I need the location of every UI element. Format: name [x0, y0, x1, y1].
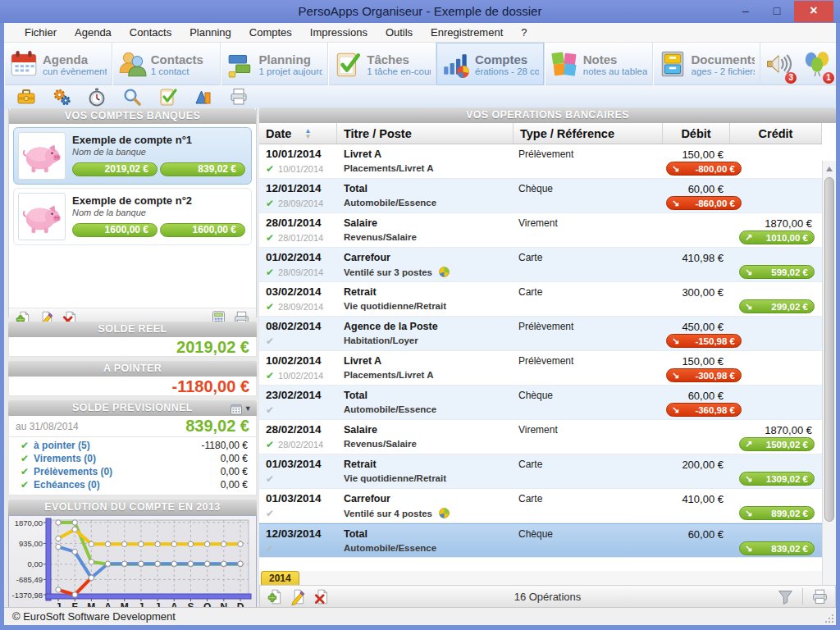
operation-title: Agence de la Poste [344, 321, 514, 332]
operation-row[interactable]: 01/02/2014✔28/09/2014CarrefourVentilé su… [259, 248, 822, 282]
previsionnel-link[interactable]: à pointer (5) [34, 440, 90, 451]
operations-header: VOS OPERATIONS BANCAIRES [259, 107, 836, 123]
forecast-calendar-button[interactable]: ▼ [230, 401, 252, 417]
menu-item-?[interactable]: ? [512, 23, 536, 43]
column-header-1[interactable]: Titre / Poste [337, 123, 514, 144]
toolbar-documents-button[interactable]: Documentsages - 2 fichiers [653, 43, 761, 85]
column-header-4[interactable]: Crédit [730, 123, 822, 144]
operation-category: Habitation/Loyer [344, 336, 418, 345]
column-header-0[interactable]: Date▲▼ [259, 123, 337, 144]
operation-row[interactable]: 01/03/2014✔RetraitVie quotidienne/Retrai… [259, 454, 822, 489]
trend-arrow-icon: ↘ [745, 301, 752, 312]
toolbar-button-subtitle: 1 contact [151, 66, 203, 76]
toolbar-agenda-button[interactable]: Agendacun évènement a [4, 43, 112, 85]
sidebar: VOS COMPTES BANQUES Exemple de compte n°… [8, 85, 257, 607]
toolbar-taches-button[interactable]: Tâches1 tâche en-cours [328, 43, 436, 85]
operation-row[interactable]: 28/02/2014✔28/02/2014SalaireRevenus/Sala… [259, 420, 822, 454]
resize-grip[interactable] [832, 621, 833, 623]
close-button[interactable]: × [794, 1, 833, 22]
tasks-check-icon[interactable] [158, 87, 178, 107]
vertical-scrollbar[interactable] [822, 161, 836, 609]
menu-item-contacts[interactable]: Contacts [121, 23, 180, 43]
operation-type: Carte [514, 248, 663, 281]
pointed-check-icon[interactable]: ✔ [266, 404, 274, 416]
chart-header: EVOLUTION DU COMPTE EN 2013 [8, 500, 257, 515]
operation-title: Total [344, 183, 514, 194]
menu-item-outils[interactable]: Outils [377, 23, 422, 43]
split-pie-icon [439, 267, 450, 277]
operation-credit [730, 386, 822, 419]
operation-row[interactable]: 23/02/2014✔TotalAutomobile/EssenceChèque… [259, 386, 822, 420]
operation-date: 10/01/2014 [266, 148, 337, 160]
settings-gears-icon[interactable] [52, 87, 71, 107]
menu-item-impressions[interactable]: Impressions [301, 23, 377, 43]
delete-icon[interactable] [313, 588, 330, 605]
maximize-button[interactable]: □ [763, 1, 791, 22]
filter-icon[interactable] [777, 588, 794, 605]
toolbar-planning-button[interactable]: Planning1 projet aujourd'h [221, 43, 329, 85]
previsionnel-line: ✔à pointer (5)-1180,00 € [9, 439, 256, 452]
chevron-down-icon: ▼ [244, 401, 252, 417]
operation-row[interactable]: 10/02/2014✔10/02/2014Livret APlacements/… [259, 351, 822, 386]
pointed-check-icon[interactable]: ✔ [266, 301, 274, 313]
pointed-check-icon[interactable]: ✔ [266, 370, 274, 381]
pointed-check-icon[interactable]: ✔ [266, 163, 274, 175]
pointed-check-icon[interactable]: ✔ [266, 508, 274, 519]
menu-item-enregistrement[interactable]: Enregistrement [422, 23, 512, 43]
account-card-2[interactable]: Exemple de compte n°2Nom de la banque160… [13, 188, 252, 245]
operations-toolbar: 16 Opérations [259, 585, 836, 608]
pointed-check-icon[interactable]: ✔ [266, 473, 274, 485]
sort-icons[interactable]: ▲▼ [304, 128, 311, 139]
search-icon[interactable] [122, 87, 142, 107]
scrollbar-thumb[interactable] [824, 177, 834, 522]
menu-item-comptes[interactable]: Comptes [240, 23, 301, 43]
toolbar-button-subtitle: 1 tâche en-cours [367, 66, 431, 76]
pointed-check-icon[interactable]: ✔ [266, 439, 274, 450]
toolbar-comptes-button[interactable]: Comptesérations - 28 co [436, 43, 545, 85]
printer-icon[interactable] [229, 87, 249, 107]
pointed-check-icon[interactable]: ✔ [266, 267, 274, 278]
scroll-up-icon[interactable] [826, 167, 833, 171]
title-bar[interactable]: PersoApps Organiseur - Exemple de dossie… [0, 0, 840, 23]
operation-row[interactable]: 10/01/2014✔10/01/2014Livret APlacements/… [259, 144, 822, 179]
year-tab-2014[interactable]: 2014 [261, 571, 299, 585]
toolbar-balloons-button[interactable]: 1 [798, 43, 836, 85]
previsionnel-link[interactable]: Echéances (0) [34, 479, 100, 491]
running-balance-badge: ↘-800,00 € [666, 162, 742, 176]
operation-row[interactable]: 28/01/2014✔28/01/2014SalaireRevenus/Sala… [259, 213, 822, 248]
menu-item-fichier[interactable]: Fichier [16, 23, 66, 43]
operation-row[interactable]: 01/03/2014✔CarrefourVentilé sur 4 postes… [259, 489, 822, 523]
contacts-icon [117, 49, 147, 79]
pointed-check-icon[interactable]: ✔ [266, 336, 274, 347]
menu-item-agenda[interactable]: Agenda [66, 23, 121, 43]
pointed-check-icon[interactable]: ✔ [266, 198, 274, 209]
column-header-2[interactable]: Type / Référence [514, 123, 663, 144]
operation-row[interactable]: 03/02/2014✔28/09/2014RetraitVie quotidie… [259, 282, 822, 317]
pointed-check-icon[interactable]: ✔ [266, 543, 274, 555]
add-icon[interactable] [267, 588, 284, 605]
statistics-icon[interactable] [194, 87, 213, 107]
operation-date: 01/03/2014 [266, 492, 337, 504]
toolbar-contacts-button[interactable]: Contacts1 contact [112, 43, 221, 85]
operation-row[interactable]: 12/03/2014✔TotalAutomobile/EssenceChèque… [259, 523, 822, 558]
toolbar-notes-button[interactable]: Notesnotes au tableau [545, 43, 653, 85]
operation-row[interactable]: 12/01/2014✔28/09/2014TotalAutomobile/Ess… [259, 179, 822, 213]
minimize-button[interactable]: – [732, 1, 760, 22]
stopwatch-icon[interactable] [87, 87, 107, 107]
sort-desc-icon: ▼ [304, 134, 311, 139]
toolbox-icon[interactable] [16, 87, 36, 107]
operations-table: 10/01/2014✔10/01/2014Livret APlacements/… [259, 144, 822, 558]
previsionnel-link[interactable]: Prélèvements (0) [34, 466, 112, 477]
check-icon: ✔ [21, 453, 29, 464]
accounts-header: VOS COMPTES BANQUES [9, 108, 256, 124]
account-card-1[interactable]: Exemple de compte n°1Nom de la banque201… [13, 127, 252, 185]
operation-row[interactable]: 08/02/2014✔Agence de la PosteHabitation/… [259, 317, 822, 351]
edit-icon[interactable] [290, 588, 307, 605]
pointed-check-icon[interactable]: ✔ [266, 232, 274, 244]
menu-item-planning[interactable]: Planning [180, 23, 240, 43]
toolbar-sound-button[interactable]: 3 [760, 43, 798, 85]
previsionnel-link[interactable]: Virements (0) [34, 453, 96, 464]
column-header-3[interactable]: Débit [663, 123, 730, 144]
toolbar-button-label: Planning [259, 52, 323, 66]
printer-icon[interactable] [811, 588, 829, 605]
